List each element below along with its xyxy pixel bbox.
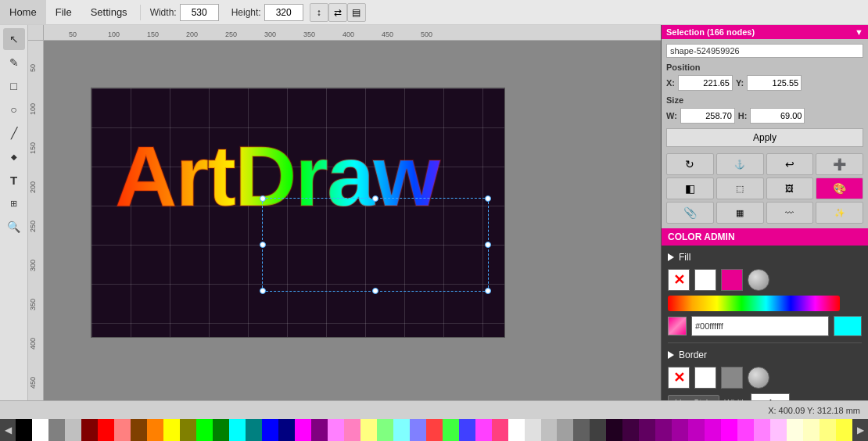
selection-dropdown-icon[interactable]: ▼ — [855, 27, 863, 37]
palette-color-48[interactable] — [803, 419, 820, 441]
width-input[interactable] — [180, 4, 219, 21]
palette-color-16[interactable] — [278, 419, 295, 441]
menu-settings[interactable]: Settings — [81, 0, 137, 24]
shape-id-input[interactable] — [666, 44, 863, 58]
palette-color-10[interactable] — [180, 419, 196, 441]
border-expand-icon[interactable] — [668, 351, 674, 359]
x-input[interactable] — [678, 75, 733, 91]
add-node-tool[interactable]: ➕ — [816, 153, 863, 175]
palette-color-22[interactable] — [377, 419, 393, 441]
palette-color-1[interactable] — [32, 419, 48, 441]
palette-color-40[interactable] — [672, 419, 688, 441]
border-gray-swatch[interactable] — [721, 367, 743, 389]
palette-color-27[interactable] — [459, 419, 475, 441]
palette-color-30[interactable] — [508, 419, 525, 441]
palette-color-5[interactable] — [98, 419, 114, 441]
palette-color-32[interactable] — [541, 419, 558, 441]
select-tool[interactable]: ↖ — [3, 28, 25, 50]
palette-color-3[interactable] — [65, 419, 81, 441]
ellipse-tool[interactable]: ○ — [3, 99, 25, 120]
fill-white-swatch[interactable] — [694, 269, 716, 291]
palette-color-20[interactable] — [344, 419, 360, 441]
border-gradient-circle[interactable] — [748, 367, 769, 389]
flip-vertical-btn[interactable]: ↕ — [310, 3, 328, 22]
rotate-tool[interactable]: ↻ — [666, 153, 714, 175]
nodes-tool[interactable]: ⚓ — [716, 153, 764, 175]
palette-color-37[interactable] — [622, 419, 639, 441]
palette-color-47[interactable] — [787, 419, 803, 441]
fill-hex-input[interactable] — [691, 316, 829, 336]
color-wheel-tool[interactable]: 🎨 — [816, 177, 863, 199]
palette-color-26[interactable] — [443, 419, 459, 441]
line-tool[interactable]: ╱ — [3, 122, 25, 144]
palette-color-43[interactable] — [721, 419, 737, 441]
palette-color-4[interactable] — [81, 419, 98, 441]
palette-color-17[interactable] — [295, 419, 311, 441]
palette-color-44[interactable] — [737, 419, 754, 441]
palette-color-21[interactable] — [360, 419, 377, 441]
palette-color-46[interactable] — [770, 419, 787, 441]
hatch-tool[interactable]: ▦ — [716, 202, 764, 224]
palette-color-31[interactable] — [525, 419, 541, 441]
fill-expand-icon[interactable] — [668, 253, 674, 261]
palette-color-42[interactable] — [705, 419, 721, 441]
magic-tool[interactable]: ✨ — [816, 202, 863, 224]
flip-horizontal-btn[interactable]: ⇄ — [328, 3, 347, 22]
border-white-swatch[interactable] — [694, 367, 716, 389]
palette-color-6[interactable] — [114, 419, 131, 441]
palette-color-11[interactable] — [196, 419, 213, 441]
palette-color-15[interactable] — [262, 419, 278, 441]
palette-color-41[interactable] — [688, 419, 705, 441]
line-style-button[interactable]: Line Style — [668, 395, 719, 400]
palette-color-45[interactable] — [754, 419, 770, 441]
menu-file[interactable]: File — [46, 0, 81, 24]
pen-tool[interactable]: ✎ — [3, 52, 25, 74]
menu-home[interactable]: Home — [0, 0, 46, 24]
border-width-input[interactable] — [751, 393, 790, 400]
palette-color-39[interactable] — [655, 419, 672, 441]
palette-color-7[interactable] — [131, 419, 147, 441]
page-settings-btn[interactable]: ▤ — [347, 3, 366, 22]
height-input[interactable] — [264, 4, 303, 21]
palette-color-9[interactable] — [163, 419, 180, 441]
palette-color-33[interactable] — [557, 419, 573, 441]
palette-color-23[interactable] — [393, 419, 410, 441]
canvas-viewport[interactable]: ArtDraw ArtDraw — [44, 41, 661, 400]
border-none-swatch[interactable]: ✕ — [668, 367, 690, 389]
palette-color-14[interactable] — [246, 419, 262, 441]
fill-color-eyedropper[interactable] — [668, 317, 687, 335]
node-tool[interactable]: ◆ — [3, 145, 25, 167]
palette-color-35[interactable] — [590, 419, 606, 441]
undo-arrow-tool[interactable]: ↩ — [766, 153, 814, 175]
palette-color-38[interactable] — [639, 419, 655, 441]
palette-color-2[interactable] — [48, 419, 65, 441]
text-tool[interactable]: T — [3, 169, 25, 191]
outline-tool[interactable]: ⬚ — [716, 177, 764, 199]
attach-tool[interactable]: 📎 — [666, 202, 714, 224]
palette-color-34[interactable] — [573, 419, 590, 441]
palette-color-49[interactable] — [820, 419, 836, 441]
palette-color-50[interactable] — [836, 419, 852, 441]
w-input[interactable] — [680, 108, 735, 124]
fill-pink-swatch[interactable] — [721, 269, 743, 291]
palette-color-25[interactable] — [426, 419, 443, 441]
wave-tool[interactable]: 〰 — [766, 202, 814, 224]
palette-scroll-left[interactable]: ◀ — [0, 419, 16, 441]
gradient-bar[interactable] — [668, 296, 840, 311]
palette-color-18[interactable] — [311, 419, 328, 441]
palette-color-0[interactable] — [16, 419, 32, 441]
palette-color-19[interactable] — [328, 419, 344, 441]
canvas-area[interactable]: 50 100 150 200 250 300 350 400 450 500 5… — [28, 25, 661, 400]
symbol-tool[interactable]: ⊞ — [3, 192, 25, 214]
apply-button[interactable]: Apply — [666, 128, 863, 147]
y-input[interactable] — [747, 75, 802, 91]
image-tool[interactable]: 🖼 — [766, 177, 814, 199]
palette-color-24[interactable] — [410, 419, 426, 441]
fill-none-swatch[interactable]: ✕ — [668, 269, 690, 291]
rect-tool[interactable]: □ — [3, 75, 25, 97]
fill-cyan-preview[interactable] — [834, 316, 862, 336]
palette-color-12[interactable] — [213, 419, 229, 441]
palette-color-36[interactable] — [606, 419, 622, 441]
flip-h-tool[interactable]: ◧ — [666, 177, 714, 199]
palette-color-29[interactable] — [492, 419, 508, 441]
